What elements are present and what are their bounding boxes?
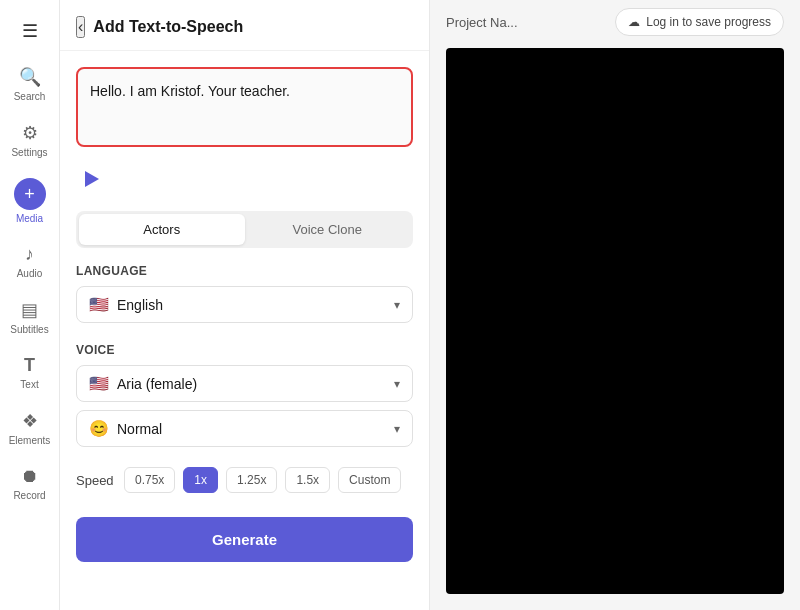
language-section: Language 🇺🇸 English ▾ — [60, 264, 429, 343]
generate-button[interactable]: Generate — [76, 517, 413, 562]
play-row — [60, 163, 429, 211]
panel-title: Add Text-to-Speech — [93, 18, 243, 36]
project-name: Project Na... — [446, 15, 518, 30]
speed-btn-1.5x[interactable]: 1.5x — [285, 467, 330, 493]
voice-section: Voice 🇺🇸 Aria (female) ▾ 😊 Normal ▾ — [60, 343, 429, 467]
audio-icon: ♪ — [25, 244, 34, 265]
tab-voice-clone[interactable]: Voice Clone — [245, 214, 411, 245]
sidebar-item-elements[interactable]: ❖ Elements — [4, 402, 56, 454]
sidebar-item-media[interactable]: + Media — [4, 170, 56, 232]
elements-icon: ❖ — [22, 410, 38, 432]
sidebar-item-subtitles[interactable]: ▤ Subtitles — [4, 291, 56, 343]
login-label: Log in to save progress — [646, 15, 771, 29]
search-icon: 🔍 — [19, 66, 41, 88]
back-button[interactable]: ‹ — [76, 16, 85, 38]
sidebar-label-elements: Elements — [9, 435, 51, 446]
sidebar-label-search: Search — [14, 91, 46, 102]
speed-btn-0.75x[interactable]: 0.75x — [124, 467, 175, 493]
speed-btn-1.25x[interactable]: 1.25x — [226, 467, 277, 493]
media-plus-icon: + — [14, 178, 46, 210]
generate-section: Generate — [60, 509, 429, 582]
record-icon: ⏺ — [21, 466, 39, 487]
video-canvas — [446, 48, 784, 594]
sidebar-item-record[interactable]: ⏺ Record — [4, 458, 56, 509]
speed-btn-custom[interactable]: Custom — [338, 467, 401, 493]
voice-label: Voice — [76, 343, 413, 357]
tabs-row: Actors Voice Clone — [76, 211, 413, 248]
language-select[interactable]: 🇺🇸 English ▾ — [76, 286, 413, 323]
voice-select[interactable]: 🇺🇸 Aria (female) ▾ — [76, 365, 413, 402]
sidebar-label-subtitles: Subtitles — [10, 324, 48, 335]
sidebar-label-record: Record — [13, 490, 45, 501]
sidebar-item-text[interactable]: T Text — [4, 347, 56, 398]
tts-text-input-area[interactable]: Hello. I am Kristof. Your teacher. — [76, 67, 413, 147]
panel-header: ‹ Add Text-to-Speech — [60, 0, 429, 51]
sidebar: ☰ 🔍 Search ⚙ Settings + Media ♪ Audio ▤ … — [0, 0, 60, 610]
settings-icon: ⚙ — [22, 122, 38, 144]
play-icon — [85, 171, 99, 187]
text-icon: T — [24, 355, 35, 376]
sidebar-label-media: Media — [16, 213, 43, 224]
speed-label: Speed — [76, 473, 116, 488]
voice-chevron-icon: ▾ — [394, 377, 400, 391]
sidebar-label-settings: Settings — [11, 147, 47, 158]
voice-flag-icon: 🇺🇸 — [89, 374, 109, 393]
language-label: Language — [76, 264, 413, 278]
voice-tone-select[interactable]: 😊 Normal ▾ — [76, 410, 413, 447]
sidebar-label-text: Text — [20, 379, 38, 390]
sidebar-item-audio[interactable]: ♪ Audio — [4, 236, 56, 287]
voice-name: Aria (female) — [117, 376, 394, 392]
sidebar-item-search[interactable]: 🔍 Search — [4, 58, 56, 110]
language-flag-icon: 🇺🇸 — [89, 295, 109, 314]
speed-section: Speed 0.75x 1x 1.25x 1.5x Custom — [60, 467, 429, 509]
main-area: Project Na... ☁ Log in to save progress — [430, 0, 800, 610]
play-button[interactable] — [76, 163, 108, 195]
speed-btn-1x[interactable]: 1x — [183, 467, 218, 493]
tab-actors[interactable]: Actors — [79, 214, 245, 245]
language-chevron-icon: ▾ — [394, 298, 400, 312]
tts-panel: ‹ Add Text-to-Speech Hello. I am Kristof… — [60, 0, 430, 610]
voice-tone-value: Normal — [117, 421, 394, 437]
tts-text-content: Hello. I am Kristof. Your teacher. — [90, 81, 399, 102]
voice-tone-chevron-icon: ▾ — [394, 422, 400, 436]
login-button[interactable]: ☁ Log in to save progress — [615, 8, 784, 36]
subtitles-icon: ▤ — [21, 299, 38, 321]
hamburger-menu[interactable]: ☰ — [18, 12, 42, 54]
sidebar-label-audio: Audio — [17, 268, 43, 279]
language-value: English — [117, 297, 394, 313]
sidebar-item-settings[interactable]: ⚙ Settings — [4, 114, 56, 166]
main-topbar: Project Na... ☁ Log in to save progress — [430, 0, 800, 44]
cloud-icon: ☁ — [628, 15, 640, 29]
voice-tone-emoji: 😊 — [89, 419, 109, 438]
